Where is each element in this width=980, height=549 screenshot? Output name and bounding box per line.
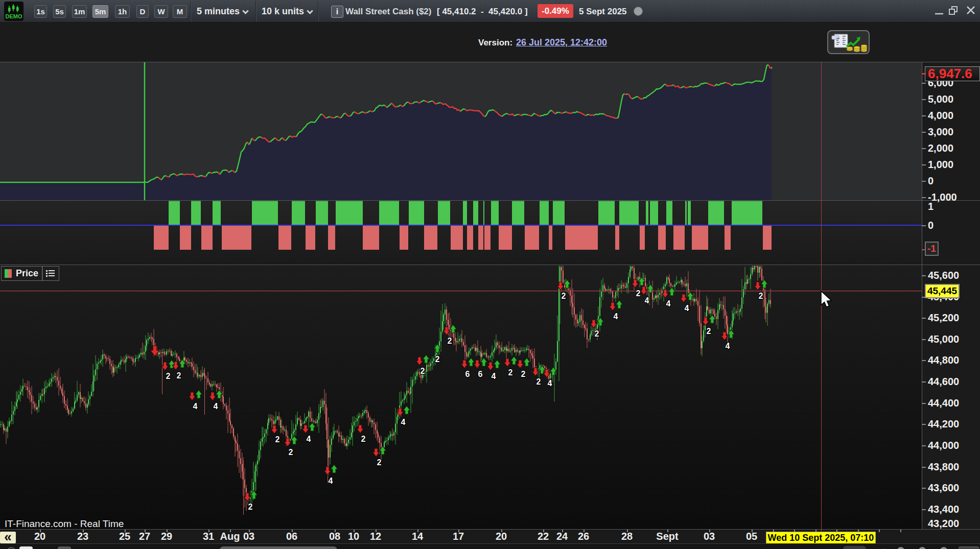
svg-text:4: 4 bbox=[685, 304, 689, 313]
svg-text:DEMO: DEMO bbox=[6, 13, 22, 19]
svg-text:4: 4 bbox=[645, 296, 649, 305]
svg-text:4: 4 bbox=[492, 372, 496, 380]
svg-text:6: 6 bbox=[478, 370, 483, 378]
svg-text:2: 2 bbox=[707, 327, 711, 336]
svg-text:2: 2 bbox=[562, 292, 566, 300]
svg-text:2: 2 bbox=[166, 372, 171, 380]
svg-text:4: 4 bbox=[329, 476, 333, 485]
svg-text:2: 2 bbox=[421, 367, 425, 375]
svg-text:4: 4 bbox=[214, 402, 218, 411]
svg-text:2: 2 bbox=[289, 448, 293, 457]
svg-text:2: 2 bbox=[435, 355, 440, 364]
svg-text:2: 2 bbox=[636, 289, 641, 298]
svg-text:2: 2 bbox=[521, 370, 526, 378]
svg-text:4: 4 bbox=[548, 379, 552, 388]
svg-text:2: 2 bbox=[377, 458, 382, 467]
svg-text:4: 4 bbox=[614, 312, 618, 321]
svg-text:2: 2 bbox=[248, 503, 253, 511]
svg-text:2: 2 bbox=[759, 292, 763, 300]
svg-text:2: 2 bbox=[536, 377, 541, 386]
svg-text:2: 2 bbox=[361, 435, 366, 443]
svg-text:2: 2 bbox=[448, 337, 452, 345]
svg-text:2: 2 bbox=[508, 368, 513, 377]
svg-text:6: 6 bbox=[465, 370, 470, 378]
svg-text:4: 4 bbox=[401, 418, 406, 426]
svg-text:2: 2 bbox=[177, 371, 181, 380]
svg-text:4: 4 bbox=[193, 402, 198, 411]
svg-text:4: 4 bbox=[666, 299, 671, 308]
svg-text:2: 2 bbox=[275, 435, 280, 444]
svg-text:4: 4 bbox=[307, 435, 311, 443]
svg-text:4: 4 bbox=[726, 342, 730, 350]
svg-text:2: 2 bbox=[595, 329, 599, 338]
